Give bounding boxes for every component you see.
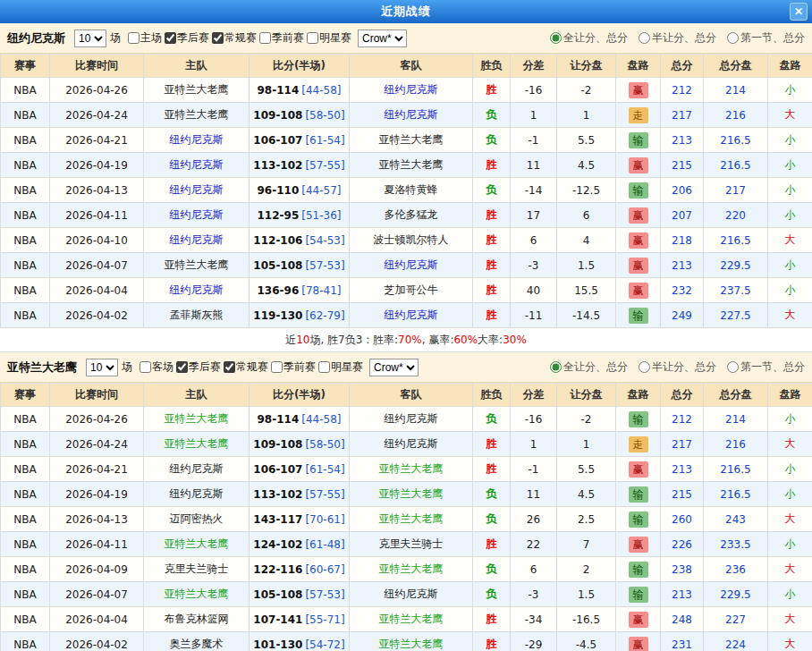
handicap-line-cell: -2 bbox=[557, 78, 616, 103]
radio-option[interactable]: 半让分、总分 bbox=[639, 359, 716, 375]
recent-results-window: 近期战绩 ✕ 纽约尼克斯 10 场 主场季后赛常规赛季前赛明星赛 Crow* 全… bbox=[0, 0, 812, 651]
games-count-select[interactable]: 10 bbox=[74, 30, 106, 47]
type-select[interactable]: Crow* bbox=[369, 359, 419, 376]
handicap-line-cell: -14.5 bbox=[557, 303, 616, 328]
filter-checkbox[interactable]: 季前赛 bbox=[271, 359, 316, 375]
radio-input[interactable] bbox=[727, 32, 739, 44]
final-score: 105-108 bbox=[253, 588, 302, 601]
total-points-cell: 217 bbox=[661, 432, 704, 457]
filter-checkbox[interactable]: 主场 bbox=[128, 30, 162, 46]
radio-input[interactable] bbox=[639, 361, 650, 373]
handicap-result-cell: 赢 bbox=[616, 457, 661, 482]
checkbox-input[interactable] bbox=[140, 361, 151, 373]
win-loss-cell: 负 bbox=[473, 128, 511, 153]
total-line-cell: 216.5 bbox=[704, 128, 768, 153]
radio-input[interactable] bbox=[727, 361, 739, 373]
handicap-line-cell: 1.5 bbox=[557, 582, 616, 607]
date-cell: 2026-04-19 bbox=[50, 153, 144, 178]
total-points-cell: 213 bbox=[661, 253, 704, 278]
away-team-cell: 亚特兰大老鹰 bbox=[350, 153, 473, 178]
win-loss-cell: 胜 bbox=[473, 203, 511, 228]
away-team-cell: 亚特兰大老鹰 bbox=[350, 507, 473, 532]
score-cell: 119-130[62-79] bbox=[250, 303, 350, 328]
summary-segment: 近 bbox=[285, 333, 296, 348]
radio-input[interactable] bbox=[550, 32, 562, 44]
checkbox-input[interactable] bbox=[259, 32, 271, 44]
summary-segment: , 赢率: bbox=[422, 333, 454, 348]
over-under-cell: 大 bbox=[768, 607, 812, 632]
filter-checkbox[interactable]: 明星赛 bbox=[307, 30, 351, 46]
radio-option[interactable]: 全让分、总分 bbox=[550, 30, 628, 46]
column-header: 盘路 bbox=[768, 384, 812, 407]
checkbox-input[interactable] bbox=[271, 361, 283, 373]
final-score: 101-130 bbox=[253, 638, 302, 651]
checkbox-input[interactable] bbox=[165, 32, 176, 44]
close-icon[interactable]: ✕ bbox=[790, 3, 808, 21]
total-line-cell: 214 bbox=[704, 78, 768, 103]
filter-checkbox[interactable]: 常规赛 bbox=[212, 30, 257, 46]
handicap-result-badge: 输 bbox=[629, 512, 648, 528]
total-points-cell: 207 bbox=[661, 203, 704, 228]
filter-checkbox[interactable]: 常规赛 bbox=[224, 359, 268, 375]
column-header: 赛事 bbox=[1, 55, 50, 78]
filter-checkbox[interactable]: 季后赛 bbox=[176, 359, 221, 375]
total-points-cell: 212 bbox=[661, 78, 704, 103]
date-cell: 2026-04-11 bbox=[50, 203, 144, 228]
radio-option[interactable]: 第一节、总分 bbox=[727, 359, 805, 375]
over-under-cell: 小 bbox=[768, 582, 812, 607]
games-count-select[interactable]: 10 bbox=[86, 359, 118, 376]
league-cell: NBA bbox=[1, 253, 50, 278]
half-score: [61-48] bbox=[305, 538, 344, 551]
checkbox-input[interactable] bbox=[176, 361, 188, 373]
team-name: 纽约尼克斯 bbox=[7, 30, 65, 46]
filter-checkbox[interactable]: 明星赛 bbox=[318, 359, 363, 375]
radio-option[interactable]: 全让分、总分 bbox=[550, 359, 628, 375]
league-cell: NBA bbox=[1, 153, 50, 178]
over-under-cell: 小 bbox=[768, 457, 812, 482]
radio-option[interactable]: 第一节、总分 bbox=[727, 30, 805, 46]
game-row: NBA2026-04-02孟菲斯灰熊119-130[62-79]纽约尼克斯胜-1… bbox=[1, 303, 812, 328]
win-loss-cell: 负 bbox=[473, 507, 511, 532]
team-section: 纽约尼克斯 10 场 主场季后赛常规赛季前赛明星赛 Crow* 全让分、总分半让… bbox=[0, 23, 812, 352]
radio-option[interactable]: 半让分、总分 bbox=[639, 30, 716, 46]
date-cell: 2026-04-02 bbox=[50, 303, 144, 328]
win-loss-cell: 胜 bbox=[473, 632, 511, 651]
checkbox-input[interactable] bbox=[307, 32, 318, 44]
point-diff-cell: 1 bbox=[511, 432, 557, 457]
filter-checkbox[interactable]: 季后赛 bbox=[165, 30, 209, 46]
date-cell: 2026-04-10 bbox=[50, 228, 144, 253]
final-score: 113-102 bbox=[253, 488, 302, 501]
checkbox-label: 主场 bbox=[140, 30, 162, 46]
column-header: 盘路 bbox=[616, 55, 661, 78]
home-team-cell: 奥兰多魔术 bbox=[144, 632, 250, 651]
home-team-cell: 孟菲斯灰熊 bbox=[144, 303, 250, 328]
sections-container: 纽约尼克斯 10 场 主场季后赛常规赛季前赛明星赛 Crow* 全让分、总分半让… bbox=[0, 23, 812, 651]
table-header-row: 赛事比赛时间主队比分(半场)客队胜负分差让分盘盘路总分总分盘盘路 bbox=[1, 55, 812, 78]
away-team-cell: 纽约尼克斯 bbox=[350, 432, 473, 457]
handicap-result-cell: 走 bbox=[616, 432, 661, 457]
handicap-result-cell: 输 bbox=[616, 407, 661, 432]
half-score: [44-58] bbox=[301, 84, 341, 97]
over-under-cell: 小 bbox=[768, 78, 812, 103]
checkbox-input[interactable] bbox=[318, 361, 330, 373]
table-body: NBA2026-04-26亚特兰大老鹰98-114[44-58]纽约尼克斯负-1… bbox=[1, 407, 812, 651]
radio-input[interactable] bbox=[550, 361, 562, 373]
radio-input[interactable] bbox=[639, 32, 650, 44]
point-diff-cell: -14 bbox=[511, 178, 557, 203]
total-points-cell: 232 bbox=[661, 278, 704, 303]
league-cell: NBA bbox=[1, 278, 50, 303]
home-team-cell: 亚特兰大老鹰 bbox=[144, 407, 250, 432]
total-points-cell: 212 bbox=[661, 407, 704, 432]
type-select[interactable]: Crow* bbox=[358, 30, 407, 47]
handicap-line-cell: 1 bbox=[557, 103, 616, 128]
total-line-cell: 216.5 bbox=[704, 153, 768, 178]
checkbox-input[interactable] bbox=[128, 32, 140, 44]
filter-checkbox[interactable]: 季前赛 bbox=[259, 30, 304, 46]
final-score: 136-96 bbox=[258, 284, 300, 297]
game-row: NBA2026-04-07亚特兰大老鹰105-108[57-53]纽约尼克斯胜-… bbox=[1, 253, 812, 278]
filter-checkbox[interactable]: 客场 bbox=[140, 359, 173, 375]
total-points-cell: 213 bbox=[661, 457, 704, 482]
league-cell: NBA bbox=[1, 582, 50, 607]
checkbox-input[interactable] bbox=[224, 361, 235, 373]
checkbox-input[interactable] bbox=[212, 32, 224, 44]
